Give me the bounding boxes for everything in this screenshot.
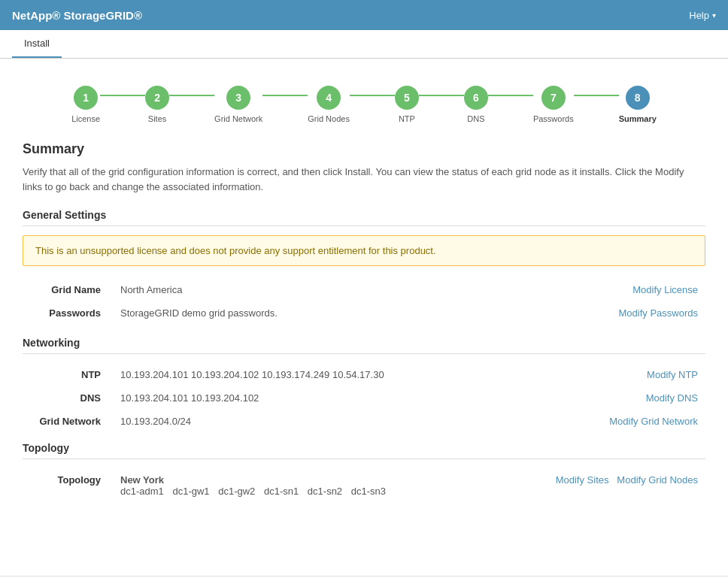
step-8: 8 Summary: [619, 86, 657, 123]
tab-bar: Install: [0, 30, 728, 59]
step-5: 5 NTP: [395, 86, 419, 123]
networking-section: Networking NTP 10.193.204.101 10.193.204…: [23, 337, 705, 433]
topology-section: Topology Topology New York dc1-adm1 dc1-…: [23, 442, 705, 503]
step-connector-6-7: [488, 95, 533, 96]
node-6: dc1-sn3: [351, 486, 386, 497]
passwords-label: Passwords: [23, 301, 113, 325]
grid-name-value: North America: [113, 278, 496, 301]
topology-actions-cell: Modify Sites Modify Grid Nodes: [496, 468, 705, 503]
modify-grid-network-cell: Modify Grid Network: [544, 410, 705, 433]
step-7: 7 Passwords: [533, 86, 574, 123]
modify-passwords-link[interactable]: Modify Passwords: [619, 307, 698, 319]
step-circle-3: 3: [226, 86, 250, 110]
tab-install[interactable]: Install: [12, 30, 62, 58]
step-connector-3-4: [262, 95, 308, 96]
modify-license-link[interactable]: Modify License: [632, 284, 698, 295]
grid-name-label: Grid Name: [23, 278, 113, 301]
topology-label: Topology: [23, 468, 113, 503]
step-connector-7-8: [574, 95, 619, 96]
step-circle-7: 7: [541, 86, 566, 110]
topology-nodes: dc1-adm1 dc1-gw1 dc1-gw2 dc1-sn1 dc1-sn2…: [120, 486, 488, 497]
node-2: dc1-gw1: [172, 486, 209, 497]
modify-passwords-cell: Modify Passwords: [496, 301, 705, 325]
modify-dns-link[interactable]: Modify DNS: [646, 392, 698, 404]
stepper: 1 License 2 Sites 3 Grid Network 4 Grid …: [23, 74, 705, 141]
page-title: Summary: [23, 141, 705, 157]
step-6: 6 DNS: [464, 86, 488, 123]
main-content: 1 License 2 Sites 3 Grid Network 4 Grid …: [0, 59, 728, 576]
step-circle-6: 6: [464, 86, 488, 110]
ntp-value: 10.193.204.101 10.193.204.102 10.193.174…: [113, 363, 544, 386]
app-logo: NetApp® StorageGRID®: [12, 9, 142, 22]
help-menu[interactable]: Help ▾: [689, 10, 716, 21]
step-2: 2 Sites: [145, 86, 169, 123]
step-label-1: License: [71, 114, 100, 123]
modify-grid-nodes-link[interactable]: Modify Grid Nodes: [617, 474, 698, 486]
step-connector-4-5: [350, 95, 395, 96]
step-label-6: DNS: [467, 114, 484, 123]
step-label-2: Sites: [148, 114, 166, 123]
step-label-3: Grid Network: [214, 114, 262, 123]
modify-ntp-cell: Modify NTP: [544, 363, 705, 386]
general-settings-table: Grid Name North America Modify License P…: [23, 278, 705, 325]
step-label-8: Summary: [619, 114, 657, 123]
modify-grid-network-link[interactable]: Modify Grid Network: [609, 416, 698, 427]
modify-sites-link[interactable]: Modify Sites: [556, 474, 609, 486]
table-row: DNS 10.193.204.101 10.193.204.102 Modify…: [23, 386, 705, 410]
networking-header: Networking: [23, 337, 705, 354]
passwords-value: StorageGRID demo grid passwords.: [113, 301, 496, 325]
step-circle-1: 1: [74, 86, 98, 110]
step-circle-5: 5: [395, 86, 419, 110]
modify-license-cell: Modify License: [496, 278, 705, 301]
chevron-down-icon: ▾: [712, 11, 716, 20]
step-4: 4 Grid Nodes: [308, 86, 350, 123]
step-circle-8: 8: [626, 86, 650, 110]
modify-ntp-link[interactable]: Modify NTP: [647, 369, 698, 380]
step-1: 1 License: [71, 86, 100, 123]
modify-dns-cell: Modify DNS: [544, 386, 705, 410]
grid-network-label: Grid Network: [23, 410, 113, 433]
ntp-label: NTP: [23, 363, 113, 386]
table-row: Topology New York dc1-adm1 dc1-gw1 dc1-g…: [23, 468, 705, 503]
topology-table: Topology New York dc1-adm1 dc1-gw1 dc1-g…: [23, 468, 705, 503]
step-circle-4: 4: [317, 86, 341, 110]
step-3: 3 Grid Network: [214, 86, 262, 123]
step-circle-2: 2: [145, 86, 169, 110]
table-row: Grid Network 10.193.204.0/24 Modify Grid…: [23, 410, 705, 433]
warning-box: This is an unsupported license and does …: [23, 235, 705, 266]
node-4: dc1-sn1: [264, 486, 299, 497]
step-label-4: Grid Nodes: [308, 114, 350, 123]
step-label-7: Passwords: [533, 114, 574, 123]
node-5: dc1-sn2: [308, 486, 342, 497]
table-row: Grid Name North America Modify License: [23, 278, 705, 301]
app-header: NetApp® StorageGRID® Help ▾: [0, 0, 728, 30]
dns-value: 10.193.204.101 10.193.204.102: [113, 386, 544, 410]
step-connector-5-6: [419, 95, 464, 96]
node-3: dc1-gw2: [218, 486, 255, 497]
step-connector-1-2: [100, 95, 145, 96]
topology-value: New York dc1-adm1 dc1-gw1 dc1-gw2 dc1-sn…: [113, 468, 496, 503]
general-settings-header: General Settings: [23, 209, 705, 226]
table-row: Passwords StorageGRID demo grid password…: [23, 301, 705, 325]
dns-label: DNS: [23, 386, 113, 410]
step-connector-2-3: [169, 95, 214, 96]
topology-header: Topology: [23, 442, 705, 459]
step-label-5: NTP: [399, 114, 415, 123]
grid-network-value: 10.193.204.0/24: [113, 410, 544, 433]
node-1: dc1-adm1: [120, 486, 164, 497]
topology-site: New York: [120, 474, 164, 486]
page-description: Verify that all of the grid configuratio…: [23, 165, 705, 194]
networking-table: NTP 10.193.204.101 10.193.204.102 10.193…: [23, 363, 705, 433]
table-row: NTP 10.193.204.101 10.193.204.102 10.193…: [23, 363, 705, 386]
